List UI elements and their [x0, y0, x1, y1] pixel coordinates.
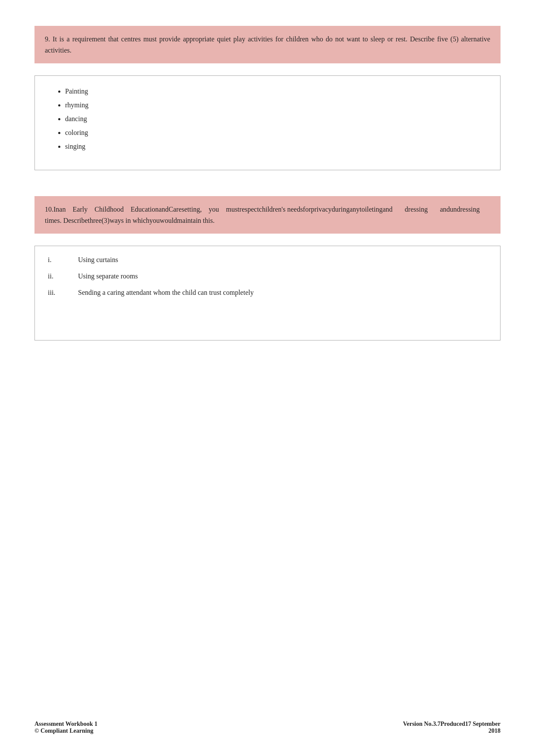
list-item: Painting	[65, 84, 487, 98]
question-10-block: 10.Inan Early Childhood EducationandCare…	[34, 196, 501, 234]
list-item: i. Using curtains	[48, 255, 487, 265]
list-item-text: Sending a caring attendant whom the chil…	[78, 287, 253, 298]
list-item: coloring	[65, 126, 487, 140]
question-10-number: 10.	[45, 206, 53, 213]
answer-10-list: i. Using curtains ii. Using separate roo…	[48, 255, 487, 298]
answer-10-block: i. Using curtains ii. Using separate roo…	[34, 246, 501, 341]
footer-right: Version No.3.7Produced17 September 2018	[403, 721, 501, 734]
footer-left: Assessment Workbook 1 © Compliant Learni…	[34, 721, 97, 734]
answer-9-list: Painting rhyming dancing coloring singin…	[48, 84, 487, 153]
question-10-text: 10.Inan Early Childhood EducationandCare…	[45, 204, 490, 226]
page-footer: Assessment Workbook 1 © Compliant Learni…	[34, 721, 501, 734]
list-item: dancing	[65, 112, 487, 126]
list-item: singing	[65, 140, 487, 153]
footer-left-line2: © Compliant Learning	[34, 728, 97, 734]
question-9-text: 9. It is a requirement that centres must…	[45, 34, 490, 56]
list-item: ii. Using separate rooms	[48, 271, 487, 281]
list-item-text: Using curtains	[78, 255, 118, 265]
list-item-num: iii.	[48, 287, 65, 298]
question-9-block: 9. It is a requirement that centres must…	[34, 26, 501, 63]
question-10-body: Inan Early Childhood EducationandCareset…	[45, 206, 490, 224]
list-item-text: Using separate rooms	[78, 271, 138, 281]
footer-left-line1: Assessment Workbook 1	[34, 721, 97, 728]
list-item: iii. Sending a caring attendant whom the…	[48, 287, 487, 298]
list-item-num: ii.	[48, 271, 65, 281]
list-item: rhyming	[65, 98, 487, 112]
answer-9-block: Painting rhyming dancing coloring singin…	[34, 75, 501, 170]
footer-right-line1: Version No.3.7Produced17 September	[403, 721, 501, 728]
footer-right-line2: 2018	[403, 728, 501, 734]
question-9-body: It is a requirement that centres must pr…	[45, 35, 490, 54]
list-item-num: i.	[48, 255, 65, 265]
question-9-number: 9.	[45, 35, 50, 43]
